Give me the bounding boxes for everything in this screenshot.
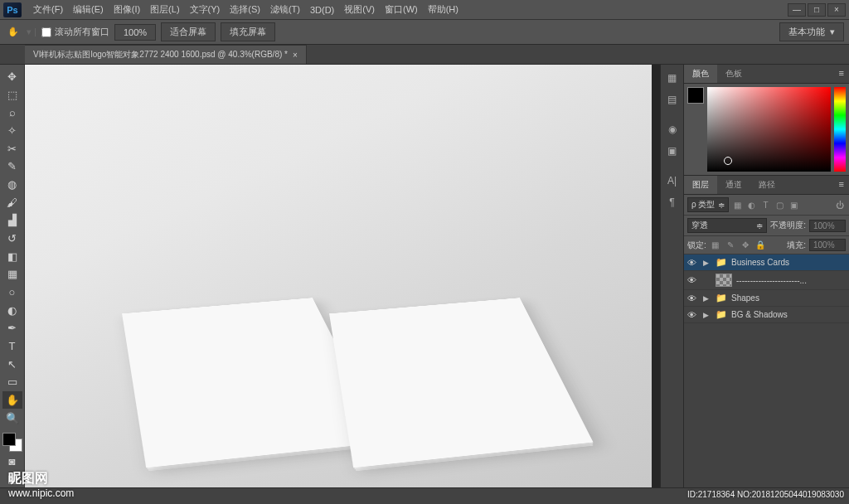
swatches-tab[interactable]: 色板 [717, 65, 750, 83]
watermark-id: ID:21718364 NO:20181205044019083030 [687, 490, 844, 499]
opacity-label: 不透明度: [770, 220, 806, 231]
app-logo: Ps [3, 2, 22, 17]
quick-mask-button[interactable]: ◙ [2, 453, 22, 470]
opacity-input[interactable]: 100% [809, 220, 846, 232]
layer-name: Shapes [731, 293, 759, 303]
layer-row[interactable]: 👁▶📁BG & Shadows [684, 307, 849, 323]
layers-panel-menu[interactable]: ≡ [834, 176, 849, 194]
hand-tool[interactable]: ✋ [2, 391, 22, 409]
menu-edit[interactable]: 编辑(E) [68, 1, 109, 18]
maximize-button[interactable]: □ [808, 3, 826, 17]
color-picker-cursor[interactable] [724, 157, 732, 165]
menu-image[interactable]: 图像(I) [109, 1, 145, 18]
visibility-icon[interactable]: 👁 [687, 275, 699, 285]
filter-pixel-icon[interactable]: ▦ [731, 199, 743, 211]
layer-name: BG & Shadows [731, 310, 788, 319]
expand-icon[interactable]: ▶ [703, 294, 711, 303]
dodge-tool[interactable]: ◐ [2, 302, 22, 319]
filter-type-icon[interactable]: T [759, 199, 771, 211]
layers-tab[interactable]: 图层 [684, 176, 717, 194]
brush-tool[interactable]: 🖌 [2, 194, 22, 211]
fill-screen-button[interactable]: 填充屏幕 [221, 22, 275, 41]
chevron-down-icon: ▾ [830, 27, 835, 37]
panel-icon-actions[interactable]: ▤ [662, 90, 682, 109]
tab-close-button[interactable]: × [293, 51, 298, 60]
fit-screen-button[interactable]: 适合屏幕 [161, 22, 216, 41]
menu-window[interactable]: 窗口(W) [380, 1, 423, 18]
menu-filter[interactable]: 滤镜(T) [265, 1, 305, 18]
zoom-100-button[interactable]: 100% [114, 24, 156, 41]
color-swatches[interactable] [2, 433, 22, 452]
layer-row[interactable]: 👁-----------------------... [684, 271, 849, 290]
zoom-tool[interactable]: 🔍 [2, 410, 22, 427]
lock-transparent-icon[interactable]: ▦ [710, 240, 721, 251]
rectangle-tool[interactable]: ▭ [2, 373, 22, 390]
visibility-icon[interactable]: 👁 [687, 293, 699, 303]
panel-icon-history[interactable]: ▦ [662, 68, 682, 88]
eyedropper-tool[interactable]: ✎ [2, 158, 22, 175]
color-panel-fg[interactable] [687, 87, 704, 104]
type-tool[interactable]: T [2, 337, 22, 355]
move-tool[interactable]: ✥ [2, 68, 22, 85]
foreground-color[interactable] [2, 433, 16, 446]
layer-thumbnail [716, 274, 732, 287]
lock-position-icon[interactable]: ✥ [740, 240, 751, 251]
scroll-all-checkbox[interactable]: 滚动所有窗口 [41, 26, 109, 38]
minimize-button[interactable]: — [788, 3, 806, 17]
filter-shape-icon[interactable]: ▢ [774, 199, 785, 211]
path-select-tool[interactable]: ↖ [2, 356, 22, 373]
pen-tool[interactable]: ✒ [2, 319, 22, 337]
menu-help[interactable]: 帮助(H) [423, 1, 463, 18]
scroll-all-label: 滚动所有窗口 [55, 26, 109, 38]
card-mockup-right [329, 298, 593, 468]
expand-icon[interactable]: ▶ [703, 311, 711, 319]
menu-file[interactable]: 文件(F) [28, 1, 68, 18]
filter-toggle[interactable]: ⏻ [834, 199, 846, 211]
eraser-tool[interactable]: ◧ [2, 248, 22, 265]
marquee-tool[interactable]: ⬚ [2, 86, 22, 104]
gradient-tool[interactable]: ▦ [2, 265, 22, 283]
visibility-icon[interactable]: 👁 [687, 310, 699, 320]
panel-icon-clone[interactable]: ▣ [662, 141, 682, 161]
filter-adjust-icon[interactable]: ◐ [745, 199, 757, 211]
workspace-selector[interactable]: 基本功能 ▾ [779, 22, 844, 41]
channels-tab[interactable]: 通道 [717, 176, 750, 194]
menu-select[interactable]: 选择(S) [225, 1, 265, 18]
lock-all-icon[interactable]: 🔒 [754, 240, 766, 251]
color-tab[interactable]: 颜色 [684, 65, 717, 83]
history-brush-tool[interactable]: ↺ [2, 230, 22, 247]
folder-icon: 📁 [716, 293, 727, 303]
expand-icon[interactable]: ▶ [703, 259, 711, 267]
hand-tool-icon[interactable]: ✋ [5, 24, 22, 41]
lock-pixels-icon[interactable]: ✎ [725, 240, 736, 251]
folder-icon: 📁 [716, 309, 727, 320]
panel-icon-character[interactable]: A| [662, 171, 682, 191]
clone-stamp-tool[interactable]: ▟ [2, 211, 22, 229]
visibility-icon[interactable]: 👁 [687, 258, 699, 268]
menu-3d[interactable]: 3D(D) [305, 2, 339, 17]
filter-smart-icon[interactable]: ▣ [788, 199, 799, 211]
crop-tool[interactable]: ✂ [2, 140, 22, 158]
paths-tab[interactable]: 路径 [750, 176, 784, 194]
healing-brush-tool[interactable]: ◍ [2, 176, 22, 193]
layer-row[interactable]: 👁▶📁Shapes [684, 290, 849, 307]
close-button[interactable]: × [827, 3, 846, 17]
layer-row[interactable]: 👁▶📁Business Cards [684, 254, 849, 271]
panel-icon-brushes[interactable]: ◉ [662, 119, 682, 139]
hue-slider[interactable] [834, 87, 846, 172]
menu-view[interactable]: 视图(V) [339, 1, 380, 18]
lasso-tool[interactable]: ⌕ [2, 104, 22, 121]
fill-label: 填充: [787, 240, 806, 251]
magic-wand-tool[interactable]: ✧ [2, 122, 22, 139]
blur-tool[interactable]: ○ [2, 284, 22, 301]
color-panel-menu[interactable]: ≡ [834, 65, 849, 83]
document-tab[interactable]: VI样机标志贴图logo智能对象2772 2400 1600.psd @ 40.… [25, 45, 307, 64]
menu-type[interactable]: 文字(Y) [185, 1, 226, 18]
fill-input[interactable]: 100% [809, 239, 846, 251]
color-field[interactable] [707, 87, 831, 172]
document-canvas[interactable] [25, 65, 652, 487]
blend-mode-select[interactable]: 穿透 ≑ [687, 218, 767, 233]
layer-kind-filter[interactable]: ρ 类型≑ [687, 197, 729, 212]
panel-icon-paragraph[interactable]: ¶ [662, 192, 682, 212]
menu-layer[interactable]: 图层(L) [145, 1, 184, 18]
